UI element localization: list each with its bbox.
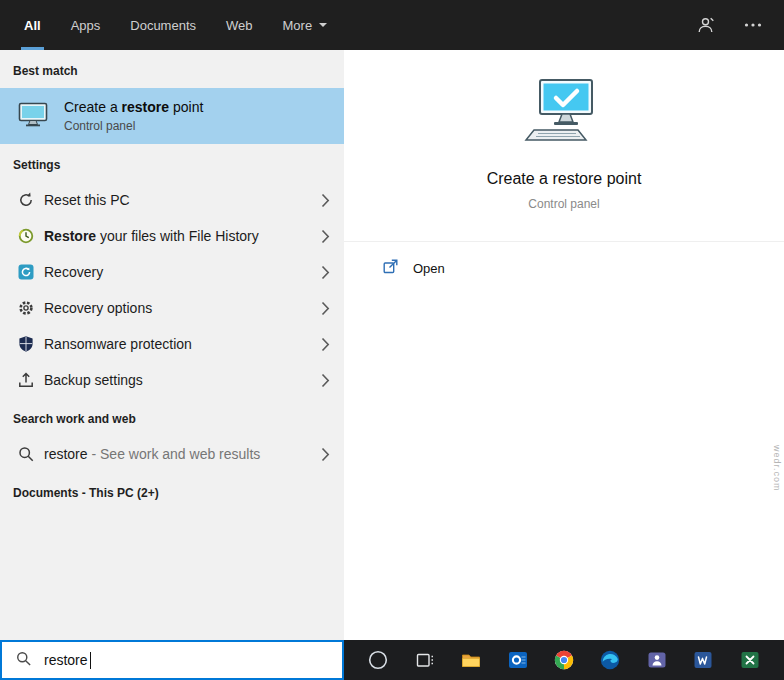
open-action[interactable]: Open	[344, 242, 784, 294]
account-icon[interactable]	[696, 15, 716, 35]
settings-item-label: Backup settings	[44, 372, 143, 388]
tab-web[interactable]: Web	[226, 0, 253, 50]
settings-header: Settings	[0, 144, 344, 182]
text-caret	[90, 652, 91, 669]
restore-point-large-icon	[522, 78, 606, 148]
tab-apps[interactable]: Apps	[71, 0, 101, 50]
recovery-icon	[17, 263, 35, 281]
outlook-icon[interactable]	[506, 648, 530, 672]
best-match-result[interactable]: Create a restore point Control panel	[0, 88, 344, 144]
reset-icon	[17, 191, 35, 209]
chevron-right-icon[interactable]	[321, 447, 330, 462]
best-match-text: Create a restore point Control panel	[64, 99, 203, 133]
preview-title: Create a restore point	[344, 170, 784, 188]
settings-item-label: Ransomware protection	[44, 336, 192, 352]
windows-search-panel: All Apps Documents Web More	[0, 0, 784, 680]
shield-icon	[17, 335, 35, 353]
filter-tabs: All Apps Documents Web More	[24, 0, 327, 50]
file-explorer-icon[interactable]	[459, 648, 483, 672]
best-match-title: Create a restore point	[64, 99, 203, 115]
restore-point-icon	[16, 97, 50, 135]
tab-documents[interactable]: Documents	[130, 0, 196, 50]
preview-subtitle: Control panel	[344, 197, 784, 211]
word-icon[interactable]	[691, 648, 715, 672]
chevron-right-icon[interactable]	[321, 265, 330, 280]
open-icon	[382, 258, 399, 279]
search-results-panel: Best match Create a restore point Contro…	[0, 50, 344, 640]
result-preview-panel: Create a restore point Control panel Ope…	[344, 50, 784, 640]
open-label: Open	[413, 261, 445, 276]
search-input-value: restore	[44, 652, 88, 668]
recovery-options-icon	[17, 299, 35, 317]
settings-item-reset-this-pc[interactable]: Reset this PC	[0, 182, 344, 218]
web-search-label: restore - See work and web results	[44, 446, 260, 462]
chevron-down-icon	[319, 23, 327, 31]
settings-item-label: Recovery	[44, 264, 103, 280]
settings-item-recovery-options[interactable]: Recovery options	[0, 290, 344, 326]
search-work-web-header: Search work and web	[0, 398, 344, 436]
tab-more-label: More	[283, 18, 313, 33]
backup-icon	[17, 371, 35, 389]
settings-item-label: Recovery options	[44, 300, 152, 316]
tab-more[interactable]: More	[283, 0, 328, 50]
search-input[interactable]: restore	[0, 640, 344, 680]
settings-item-recovery[interactable]: Recovery	[0, 254, 344, 290]
best-match-subtitle: Control panel	[64, 119, 203, 133]
chevron-right-icon[interactable]	[321, 301, 330, 316]
watermark: wedr.com	[772, 445, 782, 492]
tab-all-label: All	[24, 18, 41, 33]
tab-apps-label: Apps	[71, 18, 101, 33]
taskbar	[344, 640, 784, 680]
chevron-right-icon[interactable]	[321, 373, 330, 388]
task-view-icon[interactable]	[413, 648, 437, 672]
ellipsis-icon[interactable]	[744, 22, 762, 28]
documents-header: Documents - This PC (2+)	[0, 472, 344, 510]
search-filter-bar: All Apps Documents Web More	[0, 0, 784, 50]
topbar-actions	[696, 15, 762, 35]
settings-item-backup-settings[interactable]: Backup settings	[0, 362, 344, 398]
chrome-icon[interactable]	[552, 648, 576, 672]
tab-web-label: Web	[226, 18, 253, 33]
settings-item-label: Restore your files with File History	[44, 228, 259, 244]
search-icon	[17, 445, 35, 463]
settings-item-label: Reset this PC	[44, 192, 130, 208]
search-icon	[15, 650, 32, 671]
tab-documents-label: Documents	[130, 18, 196, 33]
chevron-right-icon[interactable]	[321, 193, 330, 208]
chevron-right-icon[interactable]	[321, 229, 330, 244]
settings-item-file-history[interactable]: Restore your files with File History	[0, 218, 344, 254]
chevron-right-icon[interactable]	[321, 337, 330, 352]
teams-icon[interactable]	[645, 648, 669, 672]
best-match-header: Best match	[0, 50, 344, 88]
preview-hero: Create a restore point Control panel	[344, 50, 784, 211]
excel-icon[interactable]	[738, 648, 762, 672]
edge-icon[interactable]	[598, 648, 622, 672]
settings-item-ransomware-protection[interactable]: Ransomware protection	[0, 326, 344, 362]
tab-all[interactable]: All	[24, 0, 41, 50]
cortana-icon[interactable]	[366, 648, 390, 672]
file-history-icon	[17, 227, 35, 245]
web-search-item[interactable]: restore - See work and web results	[0, 436, 344, 472]
